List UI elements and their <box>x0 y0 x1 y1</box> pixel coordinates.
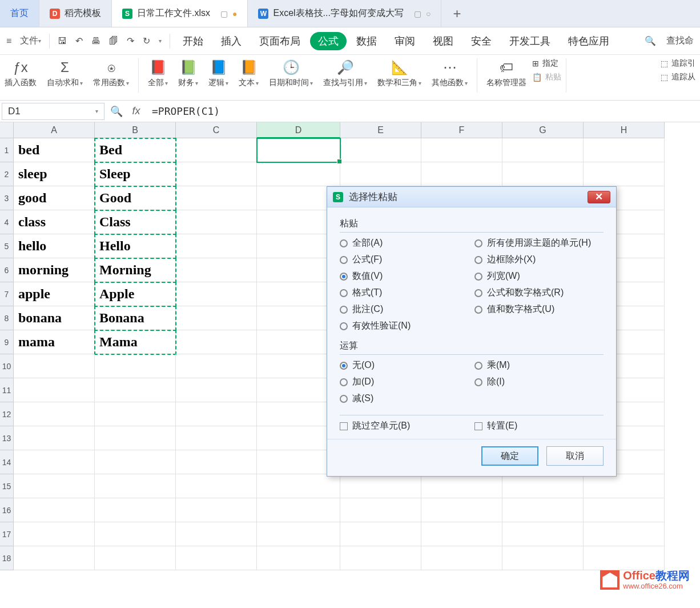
cell-D17[interactable] <box>257 522 340 546</box>
cell-A6[interactable]: morning <box>14 258 95 282</box>
cell-A8[interactable]: bonana <box>14 306 95 330</box>
tab-expand-icon[interactable]: ▢ <box>414 9 421 18</box>
tab-current[interactable]: S 日常工作文件.xlsx ▢ ● <box>112 0 248 27</box>
cell-H18[interactable] <box>584 546 665 570</box>
row-header[interactable]: 14 <box>0 450 14 474</box>
cell-C16[interactable] <box>176 498 257 522</box>
tab-new[interactable]: + <box>441 6 472 22</box>
cell-A9[interactable]: mama <box>14 330 95 354</box>
cell-B7[interactable]: Apple <box>95 282 176 306</box>
col-header-F[interactable]: F <box>421 122 502 138</box>
file-menu[interactable]: 文件▾ <box>17 33 45 49</box>
cell-H2[interactable] <box>584 162 665 186</box>
row-header[interactable]: 2 <box>0 162 14 186</box>
row-header[interactable]: 8 <box>0 306 14 330</box>
close-button[interactable]: ✕ <box>588 191 610 203</box>
zoom-icon[interactable]: 🔍 <box>106 105 126 118</box>
tab-home[interactable]: 首页 <box>0 0 39 27</box>
check-skip-blank[interactable]: 跳过空单元(B) <box>340 420 469 432</box>
cell-C12[interactable] <box>176 402 257 426</box>
cell-A13[interactable] <box>14 426 95 450</box>
radio-formula-num[interactable]: 公式和数字格式(R) <box>474 287 604 299</box>
radio-sub[interactable]: 减(S) <box>340 393 469 405</box>
cell-A11[interactable] <box>14 378 95 402</box>
trace-prec-button[interactable]: ⬚追踪引 <box>661 58 695 69</box>
trace-dep-button[interactable]: ⬚追踪从 <box>661 72 695 82</box>
logic-fn-button[interactable]: 📘逻辑▾ <box>204 58 233 89</box>
cell-C11[interactable] <box>176 378 257 402</box>
cell-G16[interactable] <box>502 498 584 522</box>
cell-H16[interactable] <box>584 498 665 522</box>
row-header[interactable]: 5 <box>0 234 14 258</box>
autosum-button[interactable]: Σ自动求和▾ <box>42 58 87 89</box>
cell-B12[interactable] <box>95 402 176 426</box>
qat-dropdown[interactable]: ▾ <box>155 35 165 46</box>
fx-icon[interactable]: fx <box>126 105 146 117</box>
cell-A17[interactable] <box>14 522 95 546</box>
cell-F18[interactable] <box>421 546 502 570</box>
radio-comment[interactable]: 批注(C) <box>340 303 469 315</box>
menu-dev[interactable]: 开发工具 <box>501 32 558 50</box>
name-box[interactable]: D1 ▾ <box>2 103 104 120</box>
cell-B15[interactable] <box>95 474 176 498</box>
col-header-A[interactable]: A <box>14 122 95 138</box>
assign-button[interactable]: ⊞指定 <box>532 58 561 69</box>
save-icon[interactable]: 🖫 <box>54 34 70 49</box>
redo-icon[interactable]: ↷ <box>123 33 138 49</box>
cell-B14[interactable] <box>95 450 176 474</box>
cell-B5[interactable]: Hello <box>95 234 176 258</box>
menu-security[interactable]: 安全 <box>463 32 500 50</box>
col-header-C[interactable]: C <box>176 122 257 138</box>
row-header[interactable]: 13 <box>0 426 14 450</box>
menu-start[interactable]: 开始 <box>175 32 211 50</box>
cell-B17[interactable] <box>95 522 176 546</box>
cell-G15[interactable] <box>502 474 584 498</box>
cell-A10[interactable] <box>14 354 95 378</box>
cell-B13[interactable] <box>95 426 176 450</box>
row-header[interactable]: 4 <box>0 210 14 234</box>
cell-C14[interactable] <box>176 450 257 474</box>
cell-D15[interactable] <box>257 474 340 498</box>
cell-B4[interactable]: Class <box>95 210 176 234</box>
print-icon[interactable]: 🖶 <box>88 34 104 49</box>
col-header-G[interactable]: G <box>502 122 584 138</box>
cell-C13[interactable] <box>176 426 257 450</box>
cell-C3[interactable] <box>176 186 257 210</box>
redo2-icon[interactable]: ↻ <box>139 33 154 49</box>
cell-C10[interactable] <box>176 354 257 378</box>
other-fn-button[interactable]: ⋯其他函数▾ <box>427 58 472 89</box>
hamburger-icon[interactable]: ≡ <box>3 34 15 49</box>
cell-A3[interactable]: good <box>14 186 95 210</box>
row-header[interactable]: 7 <box>0 282 14 306</box>
cell-C9[interactable] <box>176 330 257 354</box>
cell-C1[interactable] <box>176 138 257 162</box>
text-fn-button[interactable]: 📙文本▾ <box>234 58 263 89</box>
cell-E18[interactable] <box>340 546 421 570</box>
radio-mul[interactable]: 乘(M) <box>474 359 604 371</box>
name-box-dropdown[interactable]: ▾ <box>95 108 98 114</box>
col-header-D[interactable]: D <box>257 122 340 138</box>
radio-col-width[interactable]: 列宽(W) <box>474 270 604 282</box>
radio-div[interactable]: 除(I) <box>474 376 604 388</box>
cell-D16[interactable] <box>257 498 340 522</box>
menu-page[interactable]: 页面布局 <box>251 32 308 50</box>
search-label[interactable]: 查找命 <box>663 33 697 49</box>
cell-H1[interactable] <box>584 138 665 162</box>
cell-C4[interactable] <box>176 210 257 234</box>
cell-F1[interactable] <box>421 138 502 162</box>
radio-all[interactable]: 全部(A) <box>340 237 469 249</box>
col-header-B[interactable]: B <box>95 122 176 138</box>
cell-C15[interactable] <box>176 474 257 498</box>
cell-C8[interactable] <box>176 306 257 330</box>
cell-A7[interactable]: apple <box>14 282 95 306</box>
menu-review[interactable]: 审阅 <box>387 32 423 50</box>
cell-A16[interactable] <box>14 498 95 522</box>
cell-F17[interactable] <box>421 522 502 546</box>
cell-B16[interactable] <box>95 498 176 522</box>
row-header[interactable]: 18 <box>0 546 14 570</box>
radio-validation[interactable]: 有效性验证(N) <box>340 320 469 332</box>
cell-D18[interactable] <box>257 546 340 570</box>
menu-view[interactable]: 视图 <box>425 32 461 50</box>
row-header[interactable]: 10 <box>0 354 14 378</box>
math-fn-button[interactable]: 📐数学和三角▾ <box>373 58 426 89</box>
